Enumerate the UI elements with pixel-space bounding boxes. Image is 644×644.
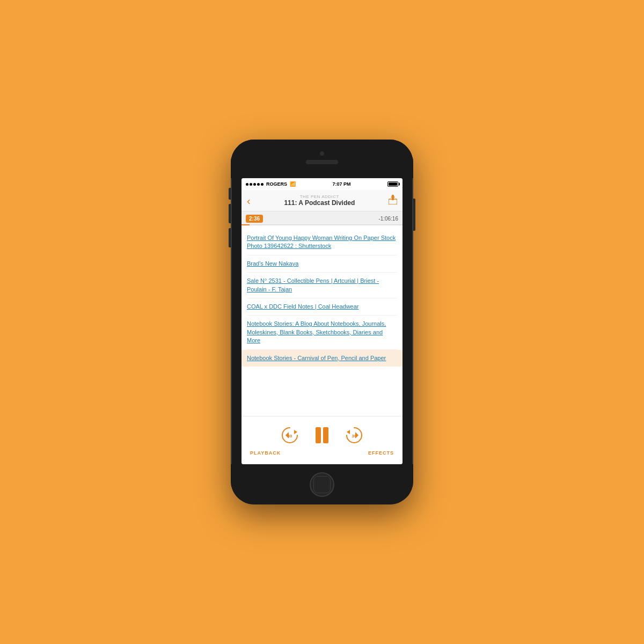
carrier-label: ROGERS <box>266 181 287 187</box>
battery-icon <box>387 181 398 187</box>
podcast-name: THE PEN ADDICT <box>300 194 339 199</box>
list-item[interactable]: COAL x DDC Field Notes | Coal Headwear <box>247 298 397 316</box>
earpiece-speaker <box>306 160 338 164</box>
status-bar: ROGERS 📶 7:07 PM <box>241 178 402 190</box>
signal-dot-5 <box>261 183 264 186</box>
wifi-icon: 📶 <box>290 181 296 187</box>
pause-bar-left <box>316 427 321 443</box>
top-bezel <box>231 140 413 178</box>
current-time: 2:36 <box>246 215 263 223</box>
list-item-highlighted[interactable]: Notebook Stories - Carnival of Pen, Penc… <box>241 350 402 367</box>
playback-button[interactable]: PLAYBACK <box>250 450 281 456</box>
progress-bar[interactable]: 2:36 -1:06:16 <box>241 211 402 225</box>
phone-screen: ROGERS 📶 7:07 PM ‹ THE PEN ADDICT 111: A… <box>241 178 402 464</box>
svg-marker-3 <box>294 430 297 434</box>
home-button-inner <box>313 476 331 493</box>
controls-row: 30 30 <box>280 426 364 445</box>
mute-button[interactable] <box>229 188 231 200</box>
status-right <box>387 181 398 187</box>
signal-dot-1 <box>246 183 248 186</box>
home-button[interactable] <box>310 472 334 497</box>
signal-dot-3 <box>253 183 256 186</box>
list-item[interactable]: Brad's New Nakaya <box>247 255 397 273</box>
signal-dot-2 <box>250 183 252 186</box>
svg-marker-6 <box>347 430 350 434</box>
phone-frame: ROGERS 📶 7:07 PM ‹ THE PEN ADDICT 111: A… <box>231 140 413 504</box>
svg-text:30: 30 <box>352 434 357 438</box>
progress-track <box>241 224 402 225</box>
power-button[interactable] <box>413 199 415 231</box>
nav-center: THE PEN ADDICT 111: A Podcast Divided <box>284 194 355 207</box>
player-controls: 30 30 <box>241 416 402 464</box>
volume-down-button[interactable] <box>229 228 231 247</box>
share-button[interactable] <box>389 195 397 206</box>
battery-fill <box>389 182 397 186</box>
list-item[interactable]: Sale N° 2531 - Collectible Pens | Artcur… <box>247 273 397 298</box>
links-list: Portrait Of Young Happy Woman Writing On… <box>241 225 402 416</box>
volume-up-button[interactable] <box>229 204 231 223</box>
navigation-bar: ‹ THE PEN ADDICT 111: A Podcast Divided <box>241 190 402 211</box>
svg-text:30: 30 <box>288 434 292 438</box>
status-left: ROGERS 📶 <box>246 181 296 187</box>
effects-button[interactable]: EFFECTS <box>368 450 394 456</box>
pause-bar-right <box>323 427 328 443</box>
remaining-time: -1:06:16 <box>378 216 398 222</box>
progress-fill <box>241 224 250 225</box>
list-item[interactable]: Notebook Stories: A Blog About Notebooks… <box>247 316 397 349</box>
back-button[interactable]: ‹ <box>247 195 251 206</box>
svg-marker-1 <box>391 195 395 197</box>
signal-dot-4 <box>257 183 260 186</box>
pause-button[interactable] <box>316 427 328 443</box>
list-item[interactable]: Portrait Of Young Happy Woman Writing On… <box>247 230 397 255</box>
episode-title: 111: A Podcast Divided <box>284 199 355 207</box>
bottom-bezel <box>231 464 413 504</box>
signal-strength <box>246 183 264 186</box>
front-camera <box>320 151 324 156</box>
forward-button[interactable]: 30 <box>345 426 364 445</box>
rewind-button[interactable]: 30 <box>280 426 299 445</box>
clock: 7:07 PM <box>333 181 351 187</box>
player-footer: PLAYBACK EFFECTS <box>241 450 402 456</box>
